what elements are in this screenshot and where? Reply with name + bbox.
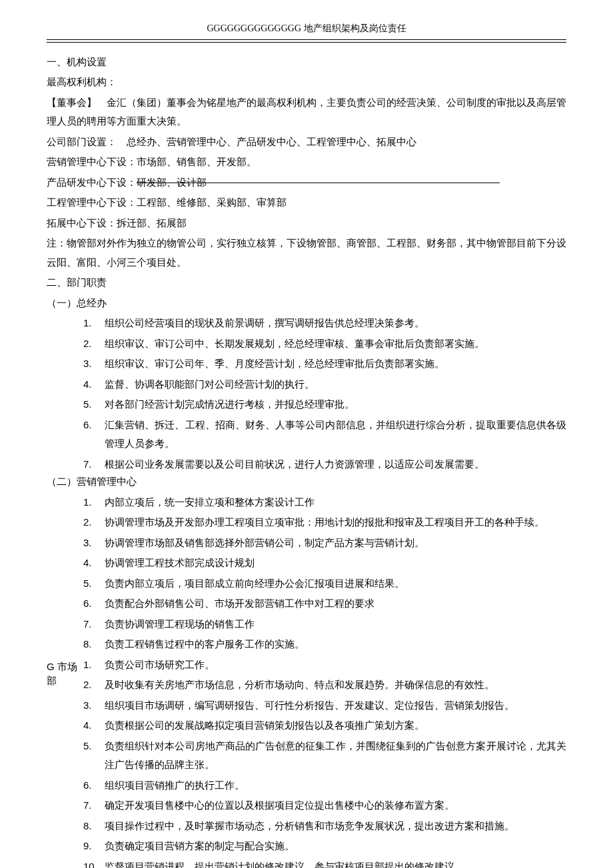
list-number: 4. [83,716,105,735]
list-number: 4. [83,554,105,573]
list-text: 负责工程销售过程中的客户服务工作的实施。 [105,635,566,654]
subsection-side-label: G 市场部 [47,655,83,687]
list-text: 组织公司经营项目的现状及前景调研，撰写调研报告供总经理决策参考。 [105,314,566,333]
list-number: 2. [83,334,105,354]
list-text: 组织项目营销推广的执行工作。 [105,776,566,795]
body-text: 公司部门设置： 总经办、营销管理中心、产品研发中心、工程管理中心、拓展中心 [47,133,566,152]
list-item: 6.负责配合外部销售公司、市场开发部营销工作中对工程的要求 [83,594,566,614]
list-text: 协调管理工程技术部完成设计规划 [105,554,566,573]
list-item: 4.协调管理工程技术部完成设计规划 [83,554,566,573]
list-number: 8. [83,817,105,836]
list-text: 组织项目市场调研，编写调研报告、可行性分析报告、开发建议、定位报告、营销策划报告… [105,696,566,715]
list-number: 7. [83,796,105,815]
ordered-list: 1.内部立项后，统一安排立项和整体方案设计工作 2.协调管理市场及开发部办理工程… [47,493,566,654]
list-number: 5. [83,574,105,594]
header-rule [47,42,566,43]
list-item: 4.监督、协调各职能部门对公司经营计划的执行。 [83,375,566,394]
list-number: 5. [83,737,105,775]
body-text: 拓展中心下设：拆迁部、拓展部 [47,214,566,233]
list-number: 1. [83,314,105,333]
body-text: 工程管理中心下设：工程部、维修部、采购部、审算部 [47,193,566,213]
list-text: 汇集营销、拆迁、工程、招商、财务、人事等公司内部信息，并组织进行综合分析，提取重… [105,416,566,454]
list-text: 负责配合外部销售公司、市场开发部营销工作中对工程的要求 [105,594,566,614]
list-number: 3. [83,354,105,374]
list-text: 组织审议、审订公司年、季、月度经营计划，经总经理审批后负责部署实施。 [105,354,566,374]
list-text: 及时收集有关房地产市场信息，分析市场动向、特点和发展趋势。并确保信息的有效性。 [105,675,566,695]
list-item: 7.负责协调管理工程现场的销售工作 [83,615,566,634]
list-text: 根据公司业务发展需要以及公司目前状况，进行人力资源管理，以适应公司发展需要。 [105,455,566,474]
ordered-list: 1.组织公司经营项目的现状及前景调研，撰写调研报告供总经理决策参考。 2.组织审… [47,314,566,474]
body-text: 营销管理中心下设：市场部、销售部、开发部。 [47,153,566,172]
list-item: 3.组织项目市场调研，编写调研报告、可行性分析报告、开发建议、定位报告、营销策划… [83,696,566,715]
body-text: 最高权利机构： [47,73,566,92]
list-text: 对各部门经营计划完成情况进行考核，并报总经理审批。 [105,395,566,414]
body-text: 注：物管部对外作为独立的物管公司，实行独立核算，下设物管部、商管部、工程部、财务… [47,234,566,272]
list-text: 项目操作过程中，及时掌握市场动态，分析销售和市场竞争发展状况，提出改进方案和措施… [105,817,566,836]
body-text: 【董事会】 金汇（集团）董事会为铭星地产的最高权利机构，主要负责公司的经营决策、… [47,93,566,131]
list-text: 协调管理市场部及销售部选择外部营销公司，制定产品方案与营销计划。 [105,534,566,553]
list-item: 5.负责内部立项后，项目部成立前向经理办公会汇报项目进展和结果。 [83,574,566,594]
list-number: 6. [83,594,105,614]
list-item: 5.负责组织针对本公司房地产商品的广告创意的征集工作，并围绕征集到的广告创意方案… [83,737,566,775]
list-text: 组织审议、审订公司中、长期发展规划，经总经理审核、董事会审批后负责部署实施。 [105,334,566,354]
list-text: 负责确定项目营销方案的制定与配合实施。 [105,837,566,856]
list-number: 3. [83,534,105,553]
list-number: 7. [83,615,105,634]
list-number: 1. [83,493,105,512]
list-text: 负责协调管理工程现场的销售工作 [105,615,566,634]
section-2-title: 二、部门职责 [47,273,566,292]
list-number: 9. [83,837,105,856]
list-text: 监督项目营销进程，提出营销计划的修改建议，参与审核项目部提出的修改建议。 [105,857,566,868]
list-number: 1. [83,655,105,675]
subsection-title: （一）总经办 [47,294,566,313]
list-text: 内部立项后，统一安排立项和整体方案设计工作 [105,493,566,512]
list-item: 2.组织审议、审订公司中、长期发展规划，经总经理审核、董事会审批后负责部署实施。 [83,334,566,354]
list-item: 4.负责根据公司的发展战略拟定项目营销策划报告以及各项推广策划方案。 [83,716,566,735]
list-number: 10. [83,857,105,868]
list-item: 2.协调管理市场及开发部办理工程项目立项审批：用地计划的报批和报审及工程项目开工… [83,513,566,532]
list-item: 9.负责确定项目营销方案的制定与配合实施。 [83,837,566,856]
list-item: 1.负责公司市场研究工作。 [83,655,566,675]
list-text: 负责组织针对本公司房地产商品的广告创意的征集工作，并围绕征集到的广告创意方案开展… [105,737,566,775]
list-number: 5. [83,395,105,414]
list-item: 6.汇集营销、拆迁、工程、招商、财务、人事等公司内部信息，并组织进行综合分析，提… [83,416,566,454]
list-number: 3. [83,696,105,715]
list-item: 10.监督项目营销进程，提出营销计划的修改建议，参与审核项目部提出的修改建议。 [83,857,566,868]
list-item: 5.对各部门经营计划完成情况进行考核，并报总经理审批。 [83,395,566,414]
list-text: 负责根据公司的发展战略拟定项目营销策划报告以及各项推广策划方案。 [105,716,566,735]
list-number: 2. [83,513,105,532]
list-number: 6. [83,416,105,454]
list-number: 7. [83,455,105,474]
list-item: 7.确定开发项目售楼中心的位置以及根据项目定位提出售楼中心的装修布置方案。 [83,796,566,815]
strike-rule [167,183,500,183]
list-item: 1.内部立项后，统一安排立项和整体方案设计工作 [83,493,566,512]
list-item: 8.项目操作过程中，及时掌握市场动态，分析销售和市场竞争发展状况，提出改进方案和… [83,817,566,836]
list-number: 6. [83,776,105,795]
list-number: 4. [83,375,105,394]
list-text: 确定开发项目售楼中心的位置以及根据项目定位提出售楼中心的装修布置方案。 [105,796,566,815]
list-number: 8. [83,635,105,654]
list-item: 8.负责工程销售过程中的客户服务工作的实施。 [83,635,566,654]
list-item: 1.组织公司经营项目的现状及前景调研，撰写调研报告供总经理决策参考。 [83,314,566,333]
list-text: 负责公司市场研究工作。 [105,655,566,675]
body-text: 产品研发中心下设： [47,177,137,188]
page-header: GGGGGGGGGGGGGG 地产组织架构及岗位责任 [47,20,566,40]
list-text: 监督、协调各职能部门对公司经营计划的执行。 [105,375,566,394]
list-item: 7.根据公司业务发展需要以及公司目前状况，进行人力资源管理，以适应公司发展需要。 [83,455,566,474]
list-item: 3.组织审议、审订公司年、季、月度经营计划，经总经理审批后负责部署实施。 [83,354,566,374]
section-1-title: 一、机构设置 [47,53,566,72]
ordered-list: 1.负责公司市场研究工作。 2.及时收集有关房地产市场信息，分析市场动向、特点和… [83,655,566,868]
body-text-strike: 产品研发中心下设：研发部、设计部 [47,173,566,193]
list-text: 负责内部立项后，项目部成立前向经理办公会汇报项目进展和结果。 [105,574,566,594]
list-item: 2.及时收集有关房地产市场信息，分析市场动向、特点和发展趋势。并确保信息的有效性… [83,675,566,695]
list-number: 2. [83,675,105,695]
list-item: 6.组织项目营销推广的执行工作。 [83,776,566,795]
subsection-row: G 市场部 1.负责公司市场研究工作。 2.及时收集有关房地产市场信息，分析市场… [47,655,566,868]
list-text: 协调管理市场及开发部办理工程项目立项审批：用地计划的报批和报审及工程项目开工的各… [105,513,566,532]
subsection-title: （二）营销管理中心 [47,472,566,492]
list-item: 3.协调管理市场部及销售部选择外部营销公司，制定产品方案与营销计划。 [83,534,566,553]
